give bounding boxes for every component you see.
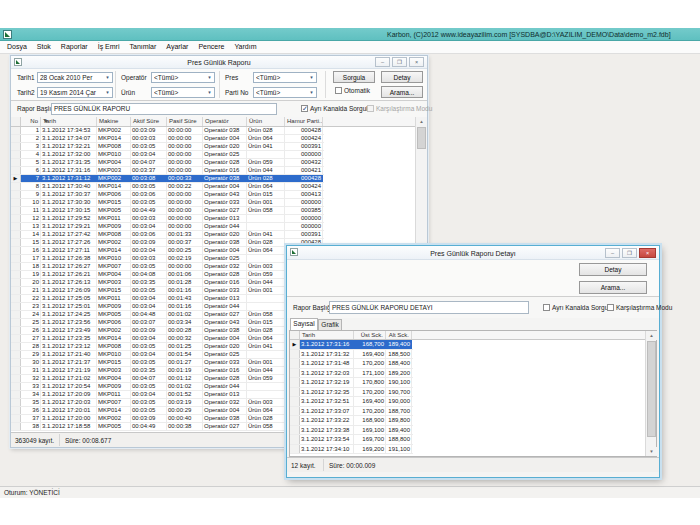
rapor-basligi-input[interactable]: PRES GÜNLÜK RAPORU xyxy=(51,103,277,115)
menu-item[interactable]: Stok xyxy=(32,41,56,53)
table-row[interactable]: 213.1.2012 17:26:09MKP01500:03:0500:01:1… xyxy=(11,287,324,295)
table-row[interactable]: 93.1.2012 17:30:37MKP00600:03:0600:00:00… xyxy=(11,191,324,199)
table-row[interactable]: 123.1.2012 17:29:52MKP01100:03:0300:00:0… xyxy=(11,215,324,223)
column-header[interactable]: Makine xyxy=(97,117,131,126)
maximize-icon[interactable]: ❐ xyxy=(622,248,637,258)
table-row[interactable]: 373.1.2012 17:20:00MKP00200:03:0900:00:4… xyxy=(11,415,324,423)
table-row[interactable]: 3.1.2012 17:32:51169,400190,000 xyxy=(290,397,413,407)
table-row[interactable]: 313.1.2012 17:21:19MKP00300:03:3500:01:1… xyxy=(11,367,324,375)
pres-combo[interactable]: <Tümü> ▾ xyxy=(253,72,317,83)
menu-item[interactable]: Pencere xyxy=(193,41,229,53)
table-row[interactable]: 243.1.2012 17:24:25MKP00500:04:4800:01:0… xyxy=(11,311,324,319)
table-row[interactable]: 13.1.2012 17:34:53MKP00200:03:0900:00:00… xyxy=(11,127,324,135)
table-row[interactable]: ▶3.1.2012 17:31:16168,700189,400 xyxy=(290,340,413,350)
column-header[interactable]: Ürün xyxy=(247,117,285,126)
table-row[interactable]: 223.1.2012 17:25:05MKP01100:03:0400:01:4… xyxy=(11,295,324,303)
column-header[interactable]: Hamur Parti.. xyxy=(285,117,323,126)
column-header[interactable]: Aktif Süre xyxy=(131,117,167,126)
table-row[interactable]: 63.1.2012 17:31:16MKP00300:03:3700:00:00… xyxy=(11,167,324,175)
report-window-titlebar[interactable]: Pres Günlük Raporu – ❐ × xyxy=(11,56,427,69)
table-row[interactable]: 3.1.2012 17:31:32169,400188,500 xyxy=(290,350,413,360)
table-row[interactable]: 343.1.2012 17:20:09MKP01100:03:0400:01:5… xyxy=(11,391,324,399)
close-icon[interactable]: × xyxy=(639,248,656,258)
ayri-kanalda-checkbox[interactable]: ✓ Ayrı Kanalda Sorgula xyxy=(301,105,371,112)
urun-combo[interactable]: <Tümü> ▾ xyxy=(151,87,215,98)
table-row[interactable]: 303.1.2012 17:21:37MKP01500:03:0500:01:2… xyxy=(11,359,324,367)
table-row[interactable]: 3.1.2012 17:33:54169,700188,800 xyxy=(290,435,413,445)
scroll-up-icon[interactable]: ▲ xyxy=(646,331,657,340)
table-row[interactable]: 383.1.2012 17:18:58MKP00500:04:4900:00:3… xyxy=(11,423,324,431)
table-row[interactable]: 3.1.2012 17:32:19170,800190,100 xyxy=(290,378,413,388)
detay-button[interactable]: Detay xyxy=(381,71,423,83)
column-header[interactable]: Tarih xyxy=(300,331,354,339)
table-row[interactable]: 33.1.2012 17:32:21MKP00800:03:0500:00:00… xyxy=(11,143,324,151)
menu-item[interactable]: Raporlar xyxy=(56,41,93,53)
arama-button[interactable]: Arama... xyxy=(381,86,423,98)
table-row[interactable]: 3.1.2012 17:34:10169,200191,100 xyxy=(290,445,413,455)
minimize-icon[interactable]: – xyxy=(375,57,390,67)
table-row[interactable]: 23.1.2012 17:34:07MKP01400:03:0300:00:00… xyxy=(11,135,324,143)
column-header[interactable]: Üst Sck. xyxy=(354,331,386,339)
table-row[interactable]: 183.1.2012 17:26:27MKP00700:03:0500:00:0… xyxy=(11,263,324,271)
table-row[interactable]: 193.1.2012 17:26:21MKP00400:04:0800:01:0… xyxy=(11,271,324,279)
column-header[interactable]: Tarih xyxy=(41,117,97,126)
table-row[interactable]: 143.1.2012 17:27:42MKP00800:03:0600:01:3… xyxy=(11,231,324,239)
menu-item[interactable]: Yardım xyxy=(229,41,261,53)
sorgula-button[interactable]: Sorgula xyxy=(333,71,375,83)
column-header[interactable]: Operatör xyxy=(203,117,247,126)
column-header[interactable]: No xyxy=(21,117,41,126)
table-row[interactable]: 133.1.2012 17:29:21MKP00900:03:0400:00:0… xyxy=(11,223,324,231)
table-row[interactable]: 163.1.2012 17:27:11MKP01400:03:0400:00:2… xyxy=(11,247,324,255)
detail-arama-button[interactable]: Arama... xyxy=(579,281,647,294)
table-row[interactable]: 83.1.2012 17:30:40MKP01400:03:0500:00:22… xyxy=(11,183,324,191)
scroll-thumb[interactable] xyxy=(647,341,656,437)
column-header[interactable]: Alt Sck. xyxy=(386,331,412,339)
table-row[interactable]: 3.1.2012 17:32:03171,100189,200 xyxy=(290,369,413,379)
maximize-icon[interactable]: ❐ xyxy=(392,57,407,67)
detail-window-titlebar[interactable]: Pres Günlük Raporu Detayı – ❐ × xyxy=(287,246,659,260)
tab-sayisal[interactable]: Sayısal xyxy=(290,318,318,330)
table-row[interactable]: 43.1.2012 17:32:00MKP01000:03:0400:00:00… xyxy=(11,151,324,159)
table-row[interactable]: 173.1.2012 17:26:38MKP01000:03:0300:02:1… xyxy=(11,255,324,263)
table-row[interactable]: 3.1.2012 17:32:35170,200190,700 xyxy=(290,388,413,398)
tab-grafik[interactable]: Grafik xyxy=(318,319,342,330)
karsilastirma-checkbox[interactable]: Karşılaştırma Modu xyxy=(367,105,432,112)
table-row[interactable]: 103.1.2012 17:30:30MKP01500:03:0500:00:0… xyxy=(11,199,324,207)
table-row[interactable]: ▶73.1.2012 17:31:12MKP00200:03:0800:00:3… xyxy=(11,175,324,183)
close-icon[interactable]: × xyxy=(409,57,424,67)
table-row[interactable]: 353.1.2012 17:20:03MKP00700:03:0500:03:1… xyxy=(11,399,324,407)
table-row[interactable]: 3.1.2012 17:31:48170,200188,400 xyxy=(290,359,413,369)
tarih1-combo[interactable]: 28 Ocak 2010 Per ▾ xyxy=(37,72,113,83)
table-row[interactable]: 273.1.2012 17:23:35MKP01400:03:0400:00:3… xyxy=(11,335,324,343)
table-row[interactable]: 3.1.2012 17:33:07170,200188,700 xyxy=(290,407,413,417)
detail-ayri-kanalda-checkbox[interactable]: Ayrı Kanalda Sorgula xyxy=(543,304,613,311)
table-row[interactable]: 3.1.2012 17:33:38169,100189,400 xyxy=(290,426,413,436)
column-header[interactable]: Pasif Süre xyxy=(167,117,203,126)
tarih2-combo[interactable]: 19 Kasım 2014 Çar ▾ xyxy=(37,87,113,98)
table-row[interactable]: 53.1.2012 17:31:35MKP00400:04:0700:00:00… xyxy=(11,159,324,167)
table-row[interactable]: 153.1.2012 17:27:26MKP00200:03:0900:00:3… xyxy=(11,239,324,247)
menu-item[interactable]: Ayarlar xyxy=(161,41,193,53)
table-row[interactable]: 3.1.2012 17:33:22168,900189,800 xyxy=(290,416,413,426)
menu-item[interactable]: Dosya xyxy=(2,41,32,53)
table-row[interactable]: 293.1.2012 17:21:40MKP01000:03:0400:01:5… xyxy=(11,351,324,359)
otomatik-checkbox[interactable]: Otomatik xyxy=(335,87,370,94)
detail-rapor-basligi-input[interactable]: PRES GÜNLÜK RAPORU DETAYI xyxy=(329,301,529,314)
table-row[interactable]: 233.1.2012 17:25:01MKP00900:03:0400:01:1… xyxy=(11,303,324,311)
minimize-icon[interactable]: – xyxy=(605,248,620,258)
detail-detay-button[interactable]: Detay xyxy=(579,263,647,276)
operator-combo[interactable]: <Tümü> ▾ xyxy=(151,72,215,83)
table-row[interactable]: 333.1.2012 17:20:54MKP00900:03:0500:01:0… xyxy=(11,383,324,391)
table-row[interactable]: 203.1.2012 17:26:13MKP00300:03:3500:01:2… xyxy=(11,279,324,287)
menu-item[interactable]: İş Emri xyxy=(93,41,125,53)
scroll-thumb[interactable] xyxy=(417,127,426,149)
detail-grid-scrollbar[interactable]: ▲ ▼ xyxy=(645,331,656,456)
menu-item[interactable]: Tanımlar xyxy=(125,41,162,53)
parti-no-combo[interactable]: <Tümü> ▾ xyxy=(253,87,317,98)
table-row[interactable]: 253.1.2012 17:23:56MKP00600:03:0700:03:3… xyxy=(11,319,324,327)
table-row[interactable]: 323.1.2012 17:21:02MKP00400:04:0700:01:1… xyxy=(11,375,324,383)
scroll-up-icon[interactable]: ▲ xyxy=(416,117,427,126)
table-row[interactable]: 363.1.2012 17:20:01MKP01400:03:0500:00:2… xyxy=(11,407,324,415)
table-row[interactable]: 263.1.2012 17:23:49MKP00200:03:0900:00:2… xyxy=(11,327,324,335)
scroll-down-icon[interactable]: ▼ xyxy=(646,447,657,456)
